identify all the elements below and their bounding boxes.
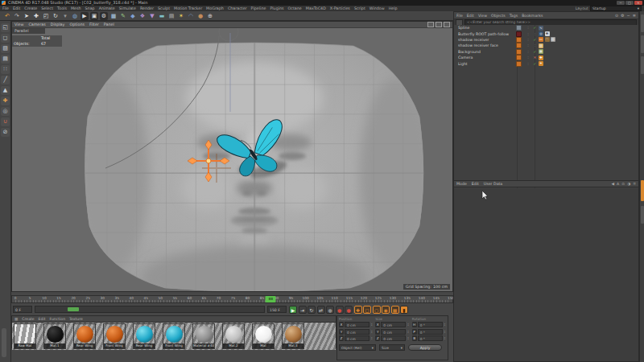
- om-menu-file[interactable]: File: [456, 14, 463, 18]
- om-menu-bookmarks[interactable]: Bookmarks: [522, 14, 543, 18]
- deformer-icon[interactable]: ▼: [148, 12, 156, 20]
- spline-pen-icon[interactable]: ✎: [119, 12, 127, 20]
- snap-icon[interactable]: ⊕: [206, 12, 214, 20]
- key-rotation-icon[interactable]: ○: [373, 306, 381, 314]
- floor-icon[interactable]: ▬: [158, 12, 166, 20]
- background-object-icon[interactable]: ▦: [539, 49, 543, 54]
- menu-snap[interactable]: Snap: [85, 6, 95, 10]
- menu-x-particles[interactable]: X-Particles: [330, 6, 350, 10]
- menu-character[interactable]: Character: [228, 6, 247, 10]
- primitive-cube-icon[interactable]: ■: [109, 12, 118, 20]
- menu-maxtoc4d[interactable]: MaxToC4D: [306, 6, 326, 10]
- make-editable-icon[interactable]: ◱: [1, 23, 10, 32]
- undo-icon[interactable]: ↶: [3, 12, 11, 20]
- materials-menu-texture[interactable]: Texture: [69, 317, 83, 321]
- enabled-state-icon[interactable]: ✓: [531, 50, 539, 54]
- render-view-icon[interactable]: ▶: [80, 12, 89, 20]
- dock-handle[interactable]: [641, 14, 644, 32]
- spinner-icon[interactable]: ↕: [407, 330, 409, 334]
- enabled-state-icon[interactable]: ✓: [531, 62, 539, 66]
- material-front-wing[interactable]: Front Wing: [163, 323, 185, 349]
- am-back-icon[interactable]: ◀: [612, 182, 615, 186]
- viewport-menu-panel[interactable]: Panel: [104, 23, 114, 27]
- spinner-icon[interactable]: ↕: [444, 323, 446, 327]
- viewport-solo-icon[interactable]: ◎: [1, 107, 10, 116]
- last-tool-icon[interactable]: ▾: [61, 12, 69, 20]
- material-mat-3[interactable]: Mat.3: [282, 323, 304, 349]
- material-raw-mat[interactable]: Raw Mat: [14, 323, 36, 349]
- scene-light-icon[interactable]: ✶: [177, 12, 185, 20]
- single-view-icon[interactable]: [427, 22, 434, 27]
- material-mat[interactable]: Mat: [252, 323, 275, 349]
- play-icon[interactable]: ▶: [289, 306, 297, 314]
- enabled-state-icon[interactable]: ✓: [531, 38, 539, 42]
- layer-color-chip[interactable]: [516, 43, 522, 48]
- enabled-state-icon[interactable]: ∶: [531, 32, 539, 36]
- range-start-field[interactable]: 0 F: [13, 306, 32, 313]
- attribute-manager-body[interactable]: [454, 188, 638, 361]
- loop-icon[interactable]: ↻: [308, 306, 316, 314]
- dock-handle[interactable]: [641, 56, 644, 74]
- texture-mode-icon[interactable]: ▨: [1, 44, 10, 53]
- viewport[interactable]: ViewCamerasDisplayOptionsFilterPanel Par…: [11, 21, 453, 292]
- spinner-icon[interactable]: ↕: [407, 323, 409, 327]
- layer-color-chip[interactable]: [516, 25, 522, 31]
- menu-create[interactable]: Create: [24, 6, 37, 10]
- menu-simulate[interactable]: Simulate: [119, 6, 136, 10]
- lock-icon[interactable]: ⊘: [1, 128, 10, 137]
- texture-tag-icon[interactable]: ▧: [539, 43, 543, 48]
- menu-tools[interactable]: Tools: [57, 6, 67, 10]
- render-picture-viewer-icon[interactable]: ▣: [90, 12, 98, 20]
- menu-motion-tracker[interactable]: Motion Tracker: [174, 6, 202, 10]
- keyframe-selection-icon[interactable]: ▮: [400, 306, 408, 314]
- material-rear-wing[interactable]: Rear Wing: [73, 323, 96, 349]
- subdivision-surface-icon[interactable]: ◆: [129, 12, 137, 20]
- menu-octane[interactable]: Octane: [288, 6, 302, 10]
- material-front-wing[interactable]: Front Wing: [103, 323, 126, 349]
- am-tab-user-data[interactable]: User Data: [484, 182, 502, 186]
- coord-field-rotation-b[interactable]: 0 °: [418, 335, 443, 341]
- close-button[interactable]: ✕: [634, 1, 642, 5]
- coord-field-size-y[interactable]: 0 cm: [381, 329, 406, 335]
- goto-end-icon[interactable]: ⇥: [299, 306, 307, 314]
- rotate-icon[interactable]: ↻: [52, 12, 60, 20]
- render-settings-icon[interactable]: ⚙: [100, 12, 108, 20]
- object-row-shadow-receiver[interactable]: shadow receiver∶✓▭◠▨: [454, 37, 638, 43]
- om-menu-tags[interactable]: Tags: [510, 14, 518, 18]
- layer-color-chip[interactable]: [516, 49, 522, 55]
- key-parameter-icon[interactable]: ◉: [382, 306, 390, 314]
- menu-sculpt[interactable]: Sculpt: [158, 6, 170, 10]
- viewport-menu-view[interactable]: View: [14, 23, 23, 27]
- coord-field-size-z[interactable]: 0 cm: [381, 335, 406, 341]
- object-row-shadow-receiver-face[interactable]: shadow receiver face∶∶▧: [454, 43, 638, 48]
- om-search-icon[interactable]: ⊙: [615, 13, 618, 18]
- record-keyframe-icon[interactable]: ●: [336, 306, 344, 314]
- menu-window[interactable]: Window: [369, 6, 385, 10]
- am-menu-icon[interactable]: ≡: [633, 182, 636, 186]
- scale-icon[interactable]: ◰: [42, 12, 50, 20]
- om-panel-icon[interactable]: ≡: [633, 13, 636, 18]
- key-pla-icon[interactable]: ▦: [391, 306, 399, 314]
- coord-field-position-x[interactable]: 0 cm: [345, 322, 369, 327]
- timeline-ruler[interactable]: 88 0510152025303540455055606570758085909…: [11, 295, 453, 303]
- range-slider-handle[interactable]: [68, 307, 79, 311]
- dock-handle[interactable]: [641, 206, 644, 224]
- scene-camera-icon[interactable]: ▤: [167, 12, 175, 20]
- keyframe-gray-icon[interactable]: ●: [326, 306, 334, 314]
- maximize-view-icon[interactable]: [444, 22, 450, 27]
- menu-script[interactable]: Script: [354, 6, 365, 10]
- phong-tag-icon[interactable]: ◠: [545, 37, 550, 42]
- am-mode-icon[interactable]: A: [617, 182, 619, 186]
- am-filter-icon[interactable]: ◑: [627, 182, 630, 186]
- material-rear-wing[interactable]: Rear Wing: [133, 323, 155, 349]
- viewport-menu-filter[interactable]: Filter: [89, 23, 99, 27]
- layer-color-chip[interactable]: [516, 61, 522, 67]
- object-row-camera[interactable]: Camera∶✕✚: [454, 55, 638, 60]
- key-scale-icon[interactable]: ◻: [363, 306, 371, 314]
- workplane-mode-icon[interactable]: ▤: [1, 55, 10, 64]
- material-icon[interactable]: ●: [196, 12, 204, 20]
- am-tab-mode[interactable]: Mode: [456, 182, 467, 186]
- materials-grid-icon[interactable]: ▦: [14, 317, 18, 321]
- viewport-menu-display[interactable]: Display: [51, 23, 65, 27]
- range-end-field[interactable]: 150 F: [267, 306, 287, 313]
